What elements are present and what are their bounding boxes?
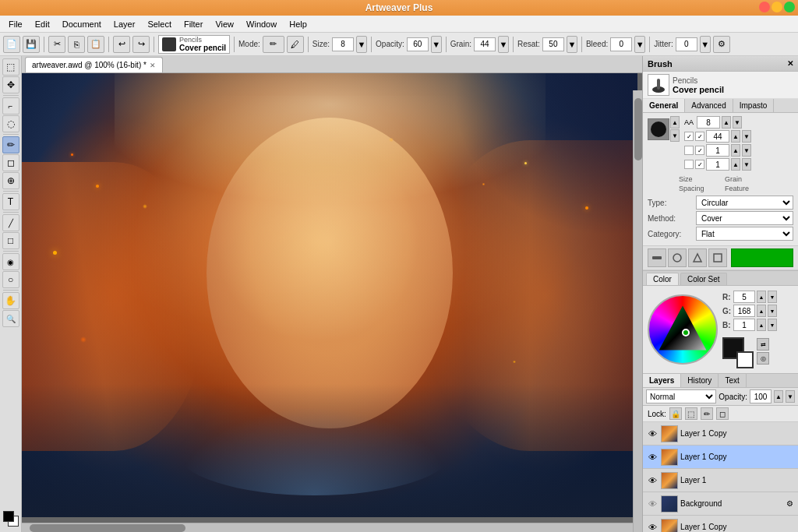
- b-input[interactable]: [733, 319, 755, 331]
- lock-pixels-button[interactable]: ✏: [701, 407, 713, 420]
- grain-down-arrow[interactable]: ▼: [742, 130, 751, 143]
- jitter-input[interactable]: [676, 37, 697, 51]
- menu-filter[interactable]: Filter: [178, 18, 208, 30]
- mode-normal-button[interactable]: ✏: [263, 36, 284, 53]
- lock-position-button[interactable]: ⬚: [685, 407, 697, 420]
- r-input[interactable]: [733, 291, 755, 303]
- swap-colors-button[interactable]: ⇄: [757, 338, 769, 351]
- canvas-horizontal-scrollbar[interactable]: [22, 523, 633, 532]
- method-select[interactable]: Cover: [696, 211, 793, 225]
- brush-selector[interactable]: Pencils Cover pencil: [158, 35, 230, 54]
- grain-ctrl-input[interactable]: [706, 130, 729, 143]
- opacity-input[interactable]: [407, 37, 429, 51]
- canvas-wrapper[interactable]: [22, 73, 642, 532]
- blend-mode-select[interactable]: Normal: [646, 389, 716, 403]
- shape-up-arrow[interactable]: ▲: [670, 116, 680, 129]
- layers-tab-history[interactable]: History: [681, 374, 719, 387]
- layers-opacity-input[interactable]: [750, 389, 772, 403]
- menu-file[interactable]: File: [3, 18, 28, 30]
- brush-icon-2[interactable]: [668, 248, 687, 267]
- menu-select[interactable]: Select: [142, 18, 177, 30]
- resat-dropdown-button[interactable]: ▼: [567, 36, 577, 53]
- r-down-arrow[interactable]: ▼: [768, 291, 777, 303]
- layer-item[interactable]: 👁 Layer 1 Copy: [643, 446, 798, 469]
- category-select[interactable]: Flat: [696, 227, 793, 241]
- feature-down-arrow[interactable]: ▼: [742, 158, 751, 171]
- vertical-scrollbar-thumb[interactable]: [634, 98, 642, 160]
- spacing-down-arrow[interactable]: ▼: [742, 144, 751, 157]
- brush-tab-general[interactable]: General: [643, 99, 685, 112]
- new-file-button[interactable]: 📄: [3, 36, 20, 53]
- layer-visibility-toggle[interactable]: 👁: [646, 521, 659, 533]
- jitter-extra-button[interactable]: ⚙: [713, 36, 730, 53]
- spacing-up-arrow[interactable]: ▲: [731, 144, 740, 157]
- spacing-check2[interactable]: [695, 146, 704, 155]
- shape-tool-button[interactable]: □: [2, 232, 19, 249]
- layer-item[interactable]: 👁 Background ⚙: [643, 492, 798, 516]
- selection-tool-button[interactable]: ⬚: [2, 58, 19, 76]
- feature-up-arrow[interactable]: ▲: [731, 158, 740, 171]
- feature-ctrl-input[interactable]: [706, 158, 729, 171]
- cut-button[interactable]: ✂: [48, 36, 65, 53]
- brush-icon-4[interactable]: [708, 248, 727, 267]
- bleed-input[interactable]: [610, 37, 632, 51]
- undo-button[interactable]: ↩: [113, 36, 130, 53]
- menu-document[interactable]: Document: [57, 18, 107, 30]
- color-wheel[interactable]: [648, 294, 718, 365]
- layers-tab-layers[interactable]: Layers: [643, 374, 681, 387]
- paste-button[interactable]: 📋: [87, 36, 104, 53]
- g-input[interactable]: [733, 305, 755, 317]
- opacity-down-arrow[interactable]: ▼: [786, 390, 795, 403]
- opacity-up-arrow[interactable]: ▲: [774, 390, 783, 403]
- save-button[interactable]: 💾: [23, 36, 40, 53]
- clone-tool-button[interactable]: ⊕: [2, 172, 19, 189]
- brush-tab-advanced[interactable]: Advanced: [685, 99, 733, 112]
- default-colors-button[interactable]: ◎: [757, 352, 769, 365]
- color-triangle[interactable]: [653, 300, 712, 359]
- lock-all-button[interactable]: 🔒: [669, 407, 682, 420]
- color-tab-color[interactable]: Color: [646, 273, 679, 285]
- canvas-vertical-scrollbar[interactable]: [633, 90, 642, 532]
- canvas-tab[interactable]: artweaver.awd @ 100% (16-bit) * ✕: [25, 57, 163, 72]
- menu-edit[interactable]: Edit: [30, 18, 55, 30]
- brush-icon-1[interactable]: [648, 248, 666, 267]
- brush-panel-close[interactable]: ✕: [787, 59, 793, 68]
- g-down-arrow[interactable]: ▼: [768, 305, 777, 317]
- dodge-tool-button[interactable]: ○: [2, 271, 19, 288]
- layer-visibility-toggle[interactable]: 👁: [646, 451, 659, 463]
- opacity-dropdown-button[interactable]: ▼: [431, 36, 442, 53]
- spacing-check[interactable]: [684, 146, 694, 155]
- layer-item[interactable]: 👁 Layer 1 Copy: [643, 516, 798, 532]
- layer-settings-button[interactable]: ⚙: [784, 499, 795, 509]
- copy-button[interactable]: ⎘: [68, 36, 85, 53]
- grain-input[interactable]: [474, 37, 496, 51]
- line-tool-button[interactable]: ╱: [2, 214, 19, 231]
- close-button[interactable]: [759, 2, 770, 12]
- feature-check2[interactable]: [695, 160, 704, 169]
- text-tool-button[interactable]: T: [2, 193, 19, 210]
- g-up-arrow[interactable]: ▲: [757, 305, 766, 317]
- redo-button[interactable]: ↪: [132, 36, 150, 53]
- zoom-tool-button[interactable]: 🔍: [2, 310, 19, 327]
- menu-help[interactable]: Help: [284, 18, 312, 30]
- lasso-tool-button[interactable]: ◌: [2, 115, 19, 132]
- resat-input[interactable]: [542, 37, 564, 51]
- menu-view[interactable]: View: [210, 18, 239, 30]
- size-input[interactable]: [332, 37, 354, 51]
- minimize-button[interactable]: [772, 2, 782, 12]
- menu-layer[interactable]: Layer: [108, 18, 141, 30]
- color-tab-colorset[interactable]: Color Set: [680, 273, 727, 285]
- blur-tool-button[interactable]: ◉: [2, 253, 19, 270]
- b-down-arrow[interactable]: ▼: [768, 319, 777, 331]
- canvas-tab-close[interactable]: ✕: [150, 62, 156, 69]
- layer-visibility-toggle[interactable]: 👁: [646, 498, 659, 510]
- feature-check[interactable]: [684, 160, 694, 169]
- bleed-dropdown-button[interactable]: ▼: [634, 36, 645, 53]
- layer-item[interactable]: 👁 Layer 1: [643, 469, 798, 492]
- grain-up-arrow[interactable]: ▲: [731, 130, 740, 143]
- layer-item[interactable]: 👁 Layer 1 Copy: [643, 422, 798, 446]
- menu-window[interactable]: Window: [241, 18, 282, 30]
- grain-dropdown-button[interactable]: ▼: [498, 36, 509, 53]
- lock-transparency-button[interactable]: ◻: [716, 407, 729, 420]
- grain-check2[interactable]: [695, 132, 704, 141]
